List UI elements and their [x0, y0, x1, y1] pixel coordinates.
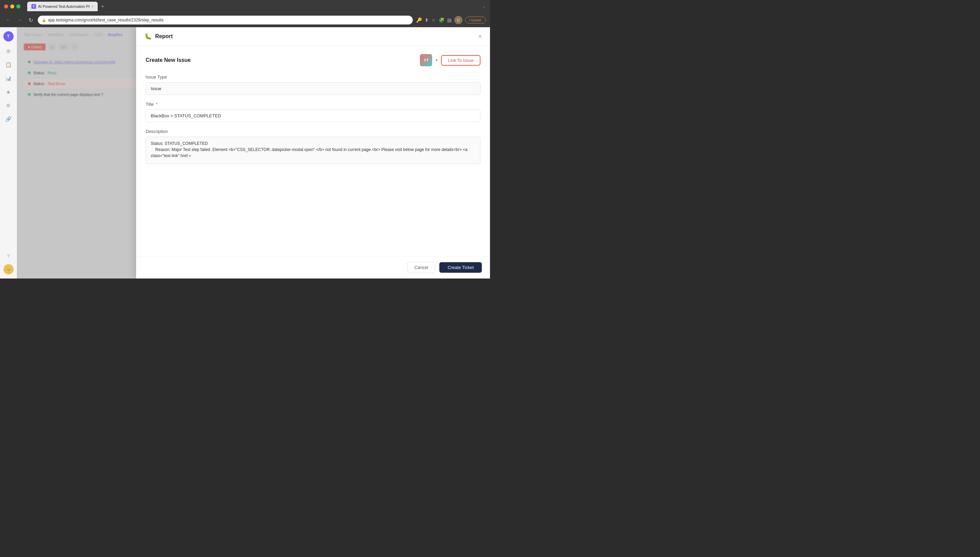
tab-close-icon[interactable]: ×	[91, 5, 93, 8]
blurred-bg: Test Cases › WhiteBox › TestCase#1 › 232…	[17, 27, 490, 278]
sidebar-icon-elements[interactable]: ◈	[5, 88, 13, 96]
sidebar-icon-settings[interactable]: ⚙	[5, 101, 13, 109]
sidebar-icon-dashboard[interactable]: ⊞	[5, 47, 13, 55]
modal-close-button[interactable]: ×	[478, 33, 482, 40]
user-avatar: U	[454, 16, 462, 24]
modal-top-right: YT ▾ Link To Issue	[420, 54, 480, 66]
modal-top-row: Create New Issue YT ▾ Link To Issue	[145, 54, 480, 66]
traffic-light-red[interactable]	[4, 5, 8, 8]
description-label: Description	[145, 129, 480, 134]
create-ticket-button[interactable]: Create Ticket	[439, 262, 482, 273]
refresh-button[interactable]: ↻	[27, 16, 34, 24]
sidebar-icon-integrations[interactable]: 🔗	[5, 115, 13, 123]
traffic-light-green[interactable]	[16, 5, 20, 8]
app-avatar: T	[3, 31, 14, 41]
tab-bar: T AI Powered Test Automation Pl × +	[27, 2, 480, 11]
create-new-issue-label: Create New Issue	[145, 57, 191, 63]
sidebar-icon-results[interactable]: 📊	[5, 74, 13, 82]
issue-type-group: Issue Type	[145, 75, 480, 95]
yt-logo: YT	[420, 54, 432, 66]
issue-type-label: Issue Type	[145, 75, 480, 80]
sidebar-icon-help[interactable]: ?	[5, 252, 13, 260]
update-button[interactable]: Update	[465, 17, 486, 23]
tracker-dropdown-arrow[interactable]: ▾	[436, 58, 438, 63]
report-modal: 🐛 Report × Create New Issue YT	[136, 27, 490, 278]
modal-title: Report	[155, 33, 173, 39]
sidebar-bottom: ? 😊	[3, 252, 14, 274]
toolbar-icons: 🔑 ⬆ ☆ 🧩 ▤ U Update	[416, 16, 486, 24]
star-icon[interactable]: ☆	[431, 17, 436, 23]
lock-icon: 🔒	[42, 18, 46, 22]
sidebar-icon-tests[interactable]: 📋	[5, 60, 13, 69]
tab-title: AI Powered Test Automation Pl	[38, 5, 90, 8]
title-label: Title *	[145, 102, 480, 107]
title-required-star: *	[156, 102, 158, 107]
tab-favicon: T	[31, 4, 36, 9]
sidebar-toggle-icon[interactable]: ▤	[447, 17, 452, 23]
issue-type-input[interactable]	[145, 82, 480, 95]
modal-body: Create New Issue YT ▾ Link To Issue Issu…	[136, 46, 490, 256]
back-button[interactable]: ←	[4, 16, 12, 24]
app-sidebar: T ⊞ 📋 📊 ◈ ⚙ 🔗 ? 😊	[0, 27, 17, 278]
yt-logo-text: YT	[424, 58, 428, 62]
title-label-text: Title	[145, 102, 154, 107]
traffic-light-yellow[interactable]	[10, 5, 14, 8]
key-icon: 🔑	[416, 17, 422, 23]
title-input[interactable]	[145, 109, 480, 122]
active-tab[interactable]: T AI Powered Test Automation Pl ×	[27, 2, 98, 11]
browser-chrome: T AI Powered Test Automation Pl × + ⌄	[0, 0, 490, 13]
main-content: Test Cases › WhiteBox › TestCase#1 › 232…	[17, 27, 490, 278]
close-icon: ×	[478, 33, 482, 40]
link-to-issue-button[interactable]: Link To Issue	[441, 55, 480, 66]
forward-button[interactable]: →	[16, 16, 24, 24]
modal-header: 🐛 Report ×	[136, 27, 490, 46]
browser-toolbar: ← → ↻ 🔒 app.testsigma.com/groot/td/test_…	[0, 13, 490, 27]
window-controls: ⌄	[482, 4, 486, 9]
user-avatar-bottom[interactable]: 😊	[3, 264, 14, 274]
modal-footer: Cancel Create Ticket	[136, 256, 490, 278]
description-group: Description Status: STATUS_COMPLETED Rea…	[145, 129, 480, 165]
new-tab-button[interactable]: +	[99, 3, 106, 10]
traffic-lights	[4, 5, 20, 8]
url-text: app.testsigma.com/groot/td/test_case_res…	[48, 18, 164, 23]
address-bar[interactable]: 🔒 app.testsigma.com/groot/td/test_case_r…	[38, 16, 413, 24]
app-container: T ⊞ 📋 📊 ◈ ⚙ 🔗 ? 😊 Test Cases › WhiteBox …	[0, 27, 490, 278]
cancel-button[interactable]: Cancel	[407, 262, 435, 273]
modal-bug-icon: 🐛	[144, 33, 152, 40]
description-textarea[interactable]: Status: STATUS_COMPLETED Reason: Major T…	[145, 137, 480, 164]
title-group: Title *	[145, 102, 480, 122]
extensions-icon[interactable]: 🧩	[439, 17, 444, 23]
share-icon[interactable]: ⬆	[425, 17, 429, 23]
